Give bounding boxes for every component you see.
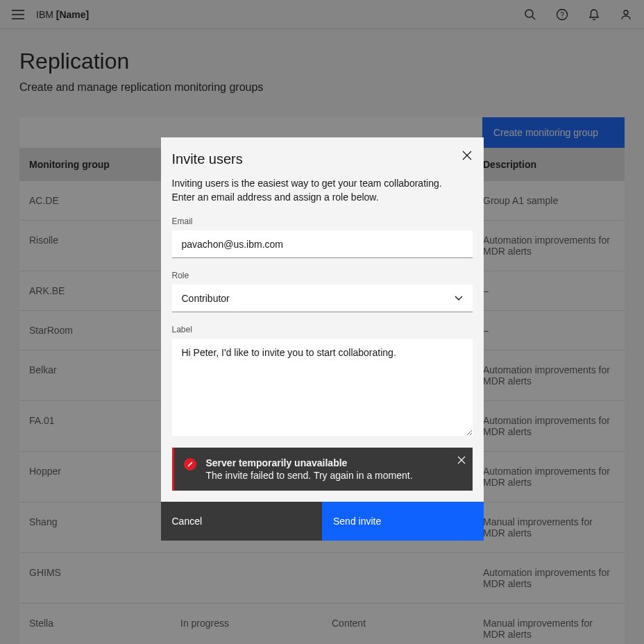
email-field[interactable] <box>172 230 473 258</box>
message-field[interactable] <box>172 339 473 436</box>
role-label: Role <box>172 271 473 280</box>
error-notification: Server temporarily unavailable The invit… <box>172 448 473 491</box>
close-icon[interactable] <box>460 149 474 162</box>
modal-footer: Cancel Send invite <box>161 502 484 541</box>
error-close-icon[interactable] <box>457 456 466 464</box>
send-invite-button[interactable]: Send invite <box>322 502 484 541</box>
error-body: The invite failed to send. Try again in … <box>206 470 413 481</box>
modal-overlay[interactable]: Invite users Inviting users is the easie… <box>0 0 644 644</box>
modal-title: Invite users <box>172 151 460 167</box>
modal-description: Inviting users is the easiest way to get… <box>172 177 457 204</box>
error-title: Server temporarily unavailable <box>206 457 413 468</box>
email-label: Email <box>172 217 473 226</box>
invite-users-modal: Invite users Inviting users is the easie… <box>161 137 484 541</box>
cancel-button[interactable]: Cancel <box>161 502 323 541</box>
role-select[interactable] <box>172 285 473 312</box>
message-label: Label <box>172 325 473 334</box>
error-icon <box>184 458 196 471</box>
